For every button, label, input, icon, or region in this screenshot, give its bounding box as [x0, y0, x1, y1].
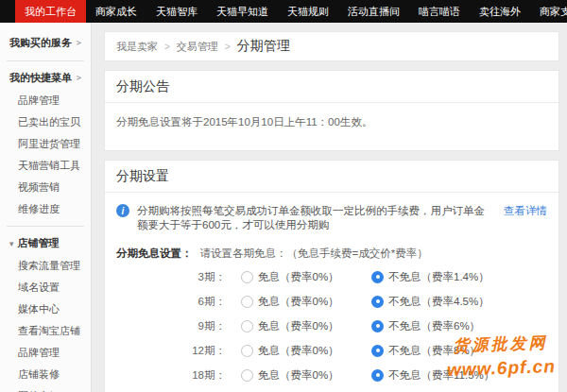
- announcement-title: 分期公告: [105, 71, 558, 103]
- sidebar-item-ali-purchase[interactable]: 阿里进货管理: [0, 133, 91, 155]
- radio-unselected-icon[interactable]: [241, 296, 253, 308]
- radio-option-paid[interactable]: 不免息（费率1.4%）: [371, 270, 490, 284]
- sidebar-item-sold-items[interactable]: 已卖出的宝贝: [0, 111, 91, 133]
- radio-label: 不免息（费率6%）: [388, 319, 480, 333]
- setting-label: 分期免息设置：: [116, 247, 193, 261]
- installment-row-24: 24期： 免息（费率0%） 不免息（费率15%）: [116, 387, 547, 392]
- sidebar-item-quick-menu[interactable]: 我的快捷菜单 ＞: [0, 65, 91, 90]
- info-row: i 分期购将按照每笔交易成功订单金额收取一定比例的手续费，用户订单金额要大于等于…: [116, 204, 547, 232]
- radio-option-free[interactable]: 免息（费率0%）: [241, 319, 371, 333]
- sidebar-section-title: 我购买的服务: [9, 36, 72, 50]
- sidebar-item-shop-decoration[interactable]: 店铺装修: [0, 364, 91, 385]
- sidebar-divider: [7, 226, 84, 227]
- radio-option-free[interactable]: 免息（费率0%）: [241, 295, 371, 309]
- breadcrumb-item-trade-management[interactable]: 交易管理: [177, 40, 218, 54]
- setting-label-row: 分期免息设置： 请设置各期免息：（免息手续费=成交价*费率）: [116, 247, 547, 261]
- sidebar-item-media-center[interactable]: 媒体中心: [0, 298, 91, 320]
- breadcrumb-separator: >: [164, 42, 170, 52]
- radio-unselected-icon[interactable]: [241, 345, 253, 357]
- topbar-item-merchant-growth[interactable]: 商家成长: [86, 0, 146, 23]
- topbar-item-sell-overseas[interactable]: 卖往海外: [470, 0, 530, 23]
- radio-label: 免息（费率0%）: [258, 295, 339, 309]
- announcement-body: 分期免息设置将于2015年10月10日上午11：00生效。: [105, 103, 558, 150]
- row-label: 18期：: [116, 368, 241, 383]
- installment-row-9: 9期： 免息（费率0%） 不免息（费率6%）: [116, 314, 547, 338]
- breadcrumb: 我是卖家 > 交易管理 > 分期管理: [104, 31, 559, 61]
- chevron-right-icon: ＞: [75, 37, 83, 49]
- row-label: 6期：: [116, 295, 241, 309]
- radio-label: 不免息（费率8%）: [388, 344, 480, 358]
- installment-settings-body: i 分期购将按照每笔交易成功订单金额收取一定比例的手续费，用户订单金额要大于等于…: [105, 193, 558, 392]
- chevron-right-icon: ＞: [75, 72, 83, 84]
- sidebar-item-image-space[interactable]: 图片空间: [0, 385, 91, 392]
- radio-label: 不免息（费率11.5%）: [388, 368, 494, 383]
- radio-unselected-icon[interactable]: [241, 320, 253, 332]
- sidebar-divider: [7, 60, 84, 61]
- radio-option-paid[interactable]: 不免息（费率8%）: [371, 344, 480, 358]
- sidebar-section-title: 店铺管理: [18, 236, 60, 250]
- installment-row-3: 3期： 免息（费率0%） 不免息（费率1.4%）: [116, 264, 547, 289]
- topbar-item-miao-talk[interactable]: 喵言喵语: [409, 0, 470, 23]
- topbar: 我的工作台 商家成长 天猫智库 天猫早知道 天猫规则 活动直播间 喵言喵语 卖往…: [0, 0, 567, 23]
- radio-label: 不免息（费率1.4%）: [388, 270, 490, 284]
- radio-option-free[interactable]: 免息（费率0%）: [241, 270, 371, 284]
- radio-selected-icon[interactable]: [371, 320, 384, 332]
- page-title: 分期管理: [237, 38, 290, 55]
- sidebar-item-tmall-marketing-tools[interactable]: 天猫营销工具: [0, 155, 91, 177]
- radio-option-paid[interactable]: 不免息（费率11.5%）: [371, 368, 494, 383]
- radio-option-paid[interactable]: 不免息（费率4.5%）: [371, 295, 490, 309]
- sidebar-item-search-traffic[interactable]: 搜索流量管理: [0, 255, 91, 277]
- sidebar-section-shop-management: ▾ 店铺管理 搜索流量管理 域名设置 媒体中心 查看淘宝店铺 品牌管理 店铺装修…: [0, 229, 91, 392]
- info-text: 分期购将按照每笔交易成功订单金额收取一定比例的手续费，用户订单金额要大于等于60…: [137, 204, 494, 232]
- row-label: 12期：: [116, 344, 241, 358]
- radio-unselected-icon[interactable]: [241, 271, 253, 283]
- view-details-link[interactable]: 查看详情: [504, 204, 547, 218]
- sidebar: 我购买的服务 ＞ 我的快捷菜单 ＞ 品牌管理 已卖出的宝贝 阿里进货管理 天猫营…: [0, 23, 92, 392]
- radio-selected-icon[interactable]: [371, 345, 384, 357]
- radio-label: 不免息（费率4.5%）: [388, 295, 490, 309]
- topbar-item-tmall-news[interactable]: 天猫早知道: [207, 0, 278, 23]
- breadcrumb-item-seller-home[interactable]: 我是卖家: [116, 40, 158, 54]
- sidebar-item-brand-management-2[interactable]: 品牌管理: [0, 342, 91, 364]
- radio-label: 免息（费率0%）: [258, 319, 339, 333]
- radio-selected-icon[interactable]: [371, 369, 384, 382]
- info-icon: i: [116, 204, 129, 217]
- topbar-item-tmall-rules[interactable]: 天猫规则: [278, 0, 338, 23]
- installment-settings-title: 分期设置: [105, 161, 558, 193]
- sidebar-item-brand-management[interactable]: 品牌管理: [0, 90, 91, 111]
- setting-hint: 请设置各期免息：（免息手续费=成交价*费率）: [200, 247, 428, 261]
- radio-unselected-icon[interactable]: [241, 369, 253, 382]
- topbar-item-workbench[interactable]: 我的工作台: [15, 0, 86, 23]
- sidebar-section-purchased-services: 我购买的服务 ＞: [0, 28, 91, 59]
- page-layout: 我购买的服务 ＞ 我的快捷菜单 ＞ 品牌管理 已卖出的宝贝 阿里进货管理 天猫营…: [0, 23, 567, 392]
- sidebar-item-repair-progress[interactable]: 维修进度: [0, 198, 91, 220]
- sidebar-item-domain-settings[interactable]: 域名设置: [0, 277, 91, 298]
- installment-settings-panel: 分期设置 i 分期购将按照每笔交易成功订单金额收取一定比例的手续费，用户订单金额…: [104, 160, 559, 392]
- sidebar-item-video-marketing[interactable]: 视频营销: [0, 177, 91, 198]
- sidebar-section-quick-menu: 我的快捷菜单 ＞ 品牌管理 已卖出的宝贝 阿里进货管理 天猫营销工具 视频营销 …: [0, 63, 91, 224]
- radio-option-free[interactable]: 免息（费率0%）: [241, 344, 371, 358]
- installment-row-6: 6期： 免息（费率0%） 不免息（费率4.5%）: [116, 289, 547, 314]
- installment-rows: 3期： 免息（费率0%） 不免息（费率1.4%） 6期： 免息（费率0%） 不免…: [116, 264, 547, 392]
- radio-selected-icon[interactable]: [371, 296, 384, 308]
- sidebar-item-shop-management[interactable]: ▾ 店铺管理: [0, 230, 91, 255]
- radio-selected-icon[interactable]: [371, 271, 384, 283]
- sidebar-section-title: 我的快捷菜单: [9, 71, 72, 85]
- radio-label: 免息（费率0%）: [258, 344, 339, 358]
- row-label: 3期：: [116, 270, 241, 284]
- topbar-merchant-support-label: 商家支持: [540, 5, 567, 19]
- sidebar-item-view-taobao-shop[interactable]: 查看淘宝店铺: [0, 320, 91, 342]
- topbar-item-merchant-support[interactable]: 商家支持 ▾: [530, 0, 567, 23]
- announcement-panel: 分期公告 分期免息设置将于2015年10月10日上午11：00生效。: [104, 70, 559, 151]
- main-content: 我是卖家 > 交易管理 > 分期管理 分期公告 分期免息设置将于2015年10月…: [92, 23, 567, 392]
- topbar-item-tmall-thinktank[interactable]: 天猫智库: [146, 0, 207, 23]
- row-label: 9期：: [116, 319, 241, 333]
- breadcrumb-separator: >: [225, 42, 231, 52]
- radio-option-free[interactable]: 免息（费率0%）: [241, 368, 371, 383]
- radio-label: 免息（费率0%）: [258, 368, 339, 383]
- topbar-item-live-events[interactable]: 活动直播间: [338, 0, 409, 23]
- radio-option-paid[interactable]: 不免息（费率6%）: [371, 319, 480, 333]
- sidebar-item-purchased-services[interactable]: 我购买的服务 ＞: [0, 30, 91, 55]
- radio-label: 免息（费率0%）: [258, 270, 339, 284]
- installment-row-18: 18期： 免息（费率0%） 不免息（费率11.5%）: [116, 363, 547, 387]
